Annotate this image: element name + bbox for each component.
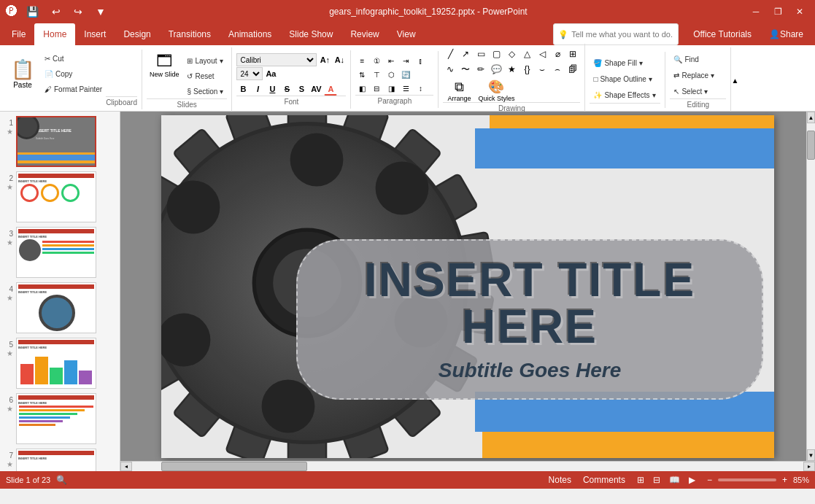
share-button[interactable]: 👤 Share bbox=[760, 23, 812, 45]
menu-file[interactable]: File bbox=[3, 23, 34, 45]
restore-button[interactable]: ❐ bbox=[768, 4, 787, 19]
notes-button[interactable]: Notes bbox=[546, 474, 574, 486]
undo-button[interactable]: ↩ bbox=[47, 4, 65, 19]
callout-shape[interactable]: 💬 bbox=[489, 62, 503, 77]
rect-shape[interactable]: ▭ bbox=[474, 47, 488, 61]
select-button[interactable]: ↖ Select ▾ bbox=[670, 84, 726, 98]
cylinder-shape[interactable]: ⌀ bbox=[550, 47, 565, 61]
numbering-button[interactable]: ① bbox=[370, 54, 383, 67]
bracket-shape[interactable]: {} bbox=[519, 62, 534, 77]
normal-view-button[interactable]: ⊞ bbox=[634, 474, 647, 486]
shadow-button[interactable]: S bbox=[295, 82, 308, 96]
increase-font-button[interactable]: A↑ bbox=[318, 53, 331, 66]
vertical-scrollbar[interactable]: ▲ ▼ bbox=[806, 112, 815, 461]
shape-fill-button[interactable]: 🪣 Shape Fill ▾ bbox=[590, 56, 660, 71]
underline-button[interactable]: U bbox=[266, 82, 279, 96]
cut-button[interactable]: ✂ Cut bbox=[41, 51, 106, 66]
more-shapes[interactable]: ⊞ bbox=[565, 47, 580, 61]
increase-indent-button[interactable]: ⇥ bbox=[399, 54, 412, 67]
triangle-shape[interactable]: △ bbox=[519, 47, 534, 61]
italic-button[interactable]: I bbox=[251, 82, 264, 96]
line-spacing-button[interactable]: ↕ bbox=[414, 82, 427, 95]
minimize-button[interactable]: ─ bbox=[746, 4, 765, 19]
rtriangle-shape[interactable]: ◁ bbox=[535, 47, 549, 61]
slideshow-button[interactable]: ▶ bbox=[686, 474, 698, 486]
reading-view-button[interactable]: 📖 bbox=[666, 474, 683, 486]
slide-sorter-button[interactable]: ⊟ bbox=[650, 474, 663, 486]
align-left-button[interactable]: ◧ bbox=[355, 82, 368, 95]
scrollbar-shape[interactable]: 🗐 bbox=[565, 62, 580, 77]
bold-button[interactable]: B bbox=[236, 82, 250, 96]
format-painter-button[interactable]: 🖌 Format Painter bbox=[41, 82, 106, 96]
star5-shape[interactable]: ★ bbox=[504, 62, 519, 77]
shape-outline-button[interactable]: □ Shape Outline ▾ bbox=[590, 72, 660, 87]
replace-button[interactable]: ⇄ Replace ▾ bbox=[670, 68, 726, 82]
paste-button[interactable]: 📋 Paste bbox=[6, 51, 39, 96]
align-center-button[interactable]: ⊟ bbox=[370, 82, 383, 95]
text-dir-button[interactable]: ⇅ bbox=[355, 68, 368, 81]
char-spacing-button[interactable]: AV bbox=[309, 82, 322, 96]
zoom-slider[interactable] bbox=[718, 478, 776, 481]
menu-view[interactable]: View bbox=[388, 23, 425, 45]
strikethrough-button[interactable]: S bbox=[280, 82, 293, 96]
menu-slideshow[interactable]: Slide Show bbox=[280, 23, 341, 45]
slide-thumb-5[interactable]: 5 ★ INSERT TITLE HERE bbox=[3, 336, 117, 390]
menu-home[interactable]: Home bbox=[34, 23, 75, 45]
close-button[interactable]: ✕ bbox=[790, 4, 809, 19]
menu-animations[interactable]: Animations bbox=[220, 23, 280, 45]
shape-effects-button[interactable]: ✨ Shape Effects ▾ bbox=[590, 88, 660, 103]
slide-thumb-7[interactable]: 7 ★ INSERT TITLE HERE bbox=[3, 447, 117, 471]
save-button[interactable]: 💾 bbox=[22, 4, 43, 19]
scroll-track[interactable] bbox=[807, 123, 815, 449]
line-shape[interactable]: ╱ bbox=[443, 47, 457, 61]
decrease-indent-button[interactable]: ⇤ bbox=[385, 54, 398, 67]
slide-thumb-2[interactable]: 2 ★ INSERT TITLE HERE bbox=[3, 170, 117, 224]
diamond-shape[interactable]: ◇ bbox=[504, 47, 519, 61]
customize-qat-button[interactable]: ▼ bbox=[91, 4, 110, 19]
comments-button[interactable]: Comments bbox=[580, 474, 628, 486]
menu-transitions[interactable]: Transitions bbox=[160, 23, 220, 45]
section-button[interactable]: § Section ▾ bbox=[183, 84, 227, 98]
quick-styles-button[interactable]: 🎨 Quick Styles bbox=[478, 79, 514, 102]
find-button[interactable]: 🔍 Find bbox=[670, 52, 726, 66]
zoom-out-button[interactable]: − bbox=[704, 474, 715, 486]
hscroll-thumb[interactable] bbox=[161, 462, 307, 471]
horizontal-scrollbar[interactable]: ◂ ▸ bbox=[120, 461, 815, 471]
font-family-select[interactable]: Calibri bbox=[236, 53, 317, 66]
zoom-in-button[interactable]: + bbox=[779, 474, 790, 486]
arrange-button[interactable]: ⧉ Arrange bbox=[443, 80, 475, 102]
reset-button[interactable]: ↺ Reset bbox=[183, 69, 227, 83]
menu-design[interactable]: Design bbox=[115, 23, 159, 45]
scroll-right-button[interactable]: ▸ bbox=[803, 462, 815, 471]
text-align-top-button[interactable]: ⊤ bbox=[370, 68, 383, 81]
menu-insert[interactable]: Insert bbox=[75, 23, 115, 45]
clear-format-button[interactable]: Aa bbox=[264, 67, 277, 80]
scroll-up-button[interactable]: ▲ bbox=[807, 112, 815, 123]
canvas-area[interactable]: INSERT TITLE HERE Subtitle Goes Here ▲ ▼ bbox=[120, 112, 815, 461]
bullets-button[interactable]: ≡ bbox=[355, 54, 368, 67]
smart-art-button[interactable]: ⬡ bbox=[385, 68, 398, 81]
arc-shape[interactable]: ⌢ bbox=[550, 62, 565, 77]
brace-shape[interactable]: ⌣ bbox=[535, 62, 549, 77]
scroll-left-button[interactable]: ◂ bbox=[120, 462, 132, 471]
copy-button[interactable]: 📄 Copy bbox=[41, 66, 106, 81]
round-rect-shape[interactable]: ▢ bbox=[489, 47, 503, 61]
slide-thumb-3[interactable]: 3 ★ INSERT TITLE HERE bbox=[3, 225, 117, 279]
ribbon-collapse[interactable]: ▲ bbox=[731, 75, 741, 85]
scribble-shape[interactable]: ✏ bbox=[474, 62, 488, 77]
columns-button[interactable]: ⫿ bbox=[414, 54, 427, 67]
justify-button[interactable]: ☰ bbox=[399, 82, 412, 95]
scroll-down-button[interactable]: ▼ bbox=[807, 449, 815, 461]
redo-button[interactable]: ↪ bbox=[69, 4, 87, 19]
hscroll-track[interactable] bbox=[132, 462, 803, 471]
convert-button[interactable]: 🔄 bbox=[399, 68, 412, 81]
new-slide-button[interactable]: 🗔 New Slide bbox=[147, 50, 182, 80]
arrow-shape[interactable]: ↗ bbox=[458, 47, 473, 61]
scroll-thumb[interactable] bbox=[807, 131, 815, 160]
decrease-font-button[interactable]: A↓ bbox=[333, 53, 346, 66]
align-right-button[interactable]: ◨ bbox=[385, 82, 398, 95]
slide-thumb-4[interactable]: 4 ★ INSERT TITLE HERE bbox=[3, 281, 117, 335]
tell-me-input[interactable] bbox=[571, 30, 673, 39]
layout-button[interactable]: ⊞ Layout ▾ bbox=[183, 53, 227, 68]
freeform-shape[interactable]: 〜 bbox=[458, 62, 473, 77]
